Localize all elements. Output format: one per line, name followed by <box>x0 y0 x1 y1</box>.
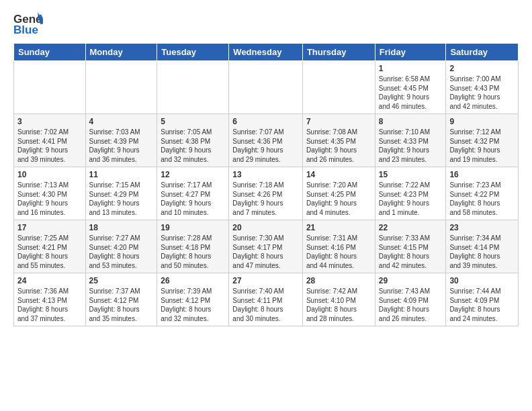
day-number: 3 <box>17 117 82 126</box>
logo-icon: General Blue <box>13 11 43 36</box>
calendar-cell: 17Sunrise: 7:25 AM Sunset: 4:21 PM Dayli… <box>14 220 86 273</box>
day-info: Sunrise: 7:25 AM Sunset: 4:21 PM Dayligh… <box>17 234 82 270</box>
day-number: 25 <box>89 276 154 285</box>
day-number: 29 <box>379 276 443 285</box>
day-number: 6 <box>232 117 299 126</box>
day-number: 7 <box>306 117 371 126</box>
calendar-cell: 26Sunrise: 7:39 AM Sunset: 4:12 PM Dayli… <box>157 273 229 326</box>
calendar-cell: 19Sunrise: 7:28 AM Sunset: 4:18 PM Dayli… <box>157 220 229 273</box>
day-number: 26 <box>161 276 225 285</box>
day-number: 17 <box>17 223 82 232</box>
calendar-cell: 1Sunrise: 6:58 AM Sunset: 4:45 PM Daylig… <box>375 61 446 114</box>
day-number: 27 <box>232 276 299 285</box>
day-number: 21 <box>306 223 371 232</box>
calendar-cell: 23Sunrise: 7:34 AM Sunset: 4:14 PM Dayli… <box>446 220 519 273</box>
day-number: 5 <box>161 117 225 126</box>
day-number: 18 <box>89 223 154 232</box>
day-info: Sunrise: 7:43 AM Sunset: 4:09 PM Dayligh… <box>379 287 443 323</box>
calendar-cell: 9Sunrise: 7:12 AM Sunset: 4:32 PM Daylig… <box>446 114 519 167</box>
day-info: Sunrise: 7:23 AM Sunset: 4:22 PM Dayligh… <box>449 181 515 217</box>
day-info: Sunrise: 7:28 AM Sunset: 4:18 PM Dayligh… <box>161 234 225 270</box>
page: General Blue SundayMondayTuesdayWednesda… <box>0 0 532 333</box>
day-info: Sunrise: 7:39 AM Sunset: 4:12 PM Dayligh… <box>161 287 225 323</box>
calendar-cell: 5Sunrise: 7:05 AM Sunset: 4:38 PM Daylig… <box>157 114 229 167</box>
weekday-header-wednesday: Wednesday <box>229 44 303 61</box>
calendar-cell: 8Sunrise: 7:10 AM Sunset: 4:33 PM Daylig… <box>375 114 446 167</box>
day-number: 1 <box>379 64 443 73</box>
day-number: 9 <box>449 117 515 126</box>
day-info: Sunrise: 7:10 AM Sunset: 4:33 PM Dayligh… <box>379 128 443 164</box>
day-info: Sunrise: 7:31 AM Sunset: 4:16 PM Dayligh… <box>306 234 371 270</box>
day-info: Sunrise: 7:27 AM Sunset: 4:20 PM Dayligh… <box>89 234 154 270</box>
calendar-cell: 22Sunrise: 7:33 AM Sunset: 4:15 PM Dayli… <box>375 220 446 273</box>
day-number: 14 <box>306 170 371 179</box>
day-number: 8 <box>379 117 443 126</box>
day-info: Sunrise: 7:18 AM Sunset: 4:26 PM Dayligh… <box>232 181 299 217</box>
weekday-header-thursday: Thursday <box>302 44 375 61</box>
day-info: Sunrise: 7:08 AM Sunset: 4:35 PM Dayligh… <box>306 128 371 164</box>
calendar-cell: 21Sunrise: 7:31 AM Sunset: 4:16 PM Dayli… <box>302 220 375 273</box>
calendar-cell: 25Sunrise: 7:37 AM Sunset: 4:12 PM Dayli… <box>85 273 157 326</box>
day-info: Sunrise: 7:02 AM Sunset: 4:41 PM Dayligh… <box>17 128 82 164</box>
calendar-cell: 28Sunrise: 7:42 AM Sunset: 4:10 PM Dayli… <box>302 273 375 326</box>
calendar-cell: 18Sunrise: 7:27 AM Sunset: 4:20 PM Dayli… <box>85 220 157 273</box>
calendar-header-row: SundayMondayTuesdayWednesdayThursdayFrid… <box>14 44 519 61</box>
calendar-week-row: 24Sunrise: 7:36 AM Sunset: 4:13 PM Dayli… <box>14 273 519 326</box>
calendar-week-row: 10Sunrise: 7:13 AM Sunset: 4:30 PM Dayli… <box>14 167 519 220</box>
calendar-cell: 6Sunrise: 7:07 AM Sunset: 4:36 PM Daylig… <box>229 114 303 167</box>
day-info: Sunrise: 7:07 AM Sunset: 4:36 PM Dayligh… <box>232 128 299 164</box>
day-info: Sunrise: 7:42 AM Sunset: 4:10 PM Dayligh… <box>306 287 371 323</box>
calendar-week-row: 17Sunrise: 7:25 AM Sunset: 4:21 PM Dayli… <box>14 220 519 273</box>
header: General Blue <box>13 11 519 36</box>
calendar-body: 1Sunrise: 6:58 AM Sunset: 4:45 PM Daylig… <box>14 61 519 326</box>
day-info: Sunrise: 7:40 AM Sunset: 4:11 PM Dayligh… <box>232 287 299 323</box>
weekday-header-monday: Monday <box>85 44 157 61</box>
day-info: Sunrise: 7:37 AM Sunset: 4:12 PM Dayligh… <box>89 287 154 323</box>
day-info: Sunrise: 7:13 AM Sunset: 4:30 PM Dayligh… <box>17 181 82 217</box>
calendar-cell: 3Sunrise: 7:02 AM Sunset: 4:41 PM Daylig… <box>14 114 86 167</box>
day-number: 20 <box>232 223 299 232</box>
calendar-cell: 10Sunrise: 7:13 AM Sunset: 4:30 PM Dayli… <box>14 167 86 220</box>
day-info: Sunrise: 7:44 AM Sunset: 4:09 PM Dayligh… <box>449 287 515 323</box>
weekday-header-friday: Friday <box>375 44 446 61</box>
weekday-header-saturday: Saturday <box>446 44 519 61</box>
day-number: 4 <box>89 117 154 126</box>
calendar-cell: 4Sunrise: 7:03 AM Sunset: 4:39 PM Daylig… <box>85 114 157 167</box>
day-number: 16 <box>449 170 515 179</box>
calendar-cell: 27Sunrise: 7:40 AM Sunset: 4:11 PM Dayli… <box>229 273 303 326</box>
day-info: Sunrise: 7:30 AM Sunset: 4:17 PM Dayligh… <box>232 234 299 270</box>
weekday-header-sunday: Sunday <box>14 44 86 61</box>
calendar-cell: 7Sunrise: 7:08 AM Sunset: 4:35 PM Daylig… <box>302 114 375 167</box>
day-number: 11 <box>89 170 154 179</box>
calendar-cell: 11Sunrise: 7:15 AM Sunset: 4:29 PM Dayli… <box>85 167 157 220</box>
day-number: 28 <box>306 276 371 285</box>
calendar-cell: 14Sunrise: 7:20 AM Sunset: 4:25 PM Dayli… <box>302 167 375 220</box>
calendar-cell: 2Sunrise: 7:00 AM Sunset: 4:43 PM Daylig… <box>446 61 519 114</box>
day-number: 13 <box>232 170 299 179</box>
calendar-cell: 15Sunrise: 7:22 AM Sunset: 4:23 PM Dayli… <box>375 167 446 220</box>
calendar-cell <box>14 61 86 114</box>
day-info: Sunrise: 7:12 AM Sunset: 4:32 PM Dayligh… <box>449 128 515 164</box>
calendar-cell: 12Sunrise: 7:17 AM Sunset: 4:27 PM Dayli… <box>157 167 229 220</box>
calendar-cell: 20Sunrise: 7:30 AM Sunset: 4:17 PM Dayli… <box>229 220 303 273</box>
day-number: 12 <box>161 170 225 179</box>
day-number: 22 <box>379 223 443 232</box>
day-number: 15 <box>379 170 443 179</box>
calendar-cell: 16Sunrise: 7:23 AM Sunset: 4:22 PM Dayli… <box>446 167 519 220</box>
day-number: 23 <box>449 223 515 232</box>
calendar-cell <box>229 61 303 114</box>
calendar-week-row: 1Sunrise: 6:58 AM Sunset: 4:45 PM Daylig… <box>14 61 519 114</box>
day-number: 30 <box>449 276 515 285</box>
day-info: Sunrise: 7:00 AM Sunset: 4:43 PM Dayligh… <box>449 75 515 111</box>
day-info: Sunrise: 7:03 AM Sunset: 4:39 PM Dayligh… <box>89 128 154 164</box>
day-info: Sunrise: 7:33 AM Sunset: 4:15 PM Dayligh… <box>379 234 443 270</box>
day-info: Sunrise: 6:58 AM Sunset: 4:45 PM Dayligh… <box>379 75 443 111</box>
day-info: Sunrise: 7:34 AM Sunset: 4:14 PM Dayligh… <box>449 234 515 270</box>
day-number: 24 <box>17 276 82 285</box>
calendar: SundayMondayTuesdayWednesdayThursdayFrid… <box>13 43 519 326</box>
day-info: Sunrise: 7:17 AM Sunset: 4:27 PM Dayligh… <box>161 181 225 217</box>
day-number: 19 <box>161 223 225 232</box>
weekday-header-tuesday: Tuesday <box>157 44 229 61</box>
calendar-cell: 24Sunrise: 7:36 AM Sunset: 4:13 PM Dayli… <box>14 273 86 326</box>
day-info: Sunrise: 7:20 AM Sunset: 4:25 PM Dayligh… <box>306 181 371 217</box>
